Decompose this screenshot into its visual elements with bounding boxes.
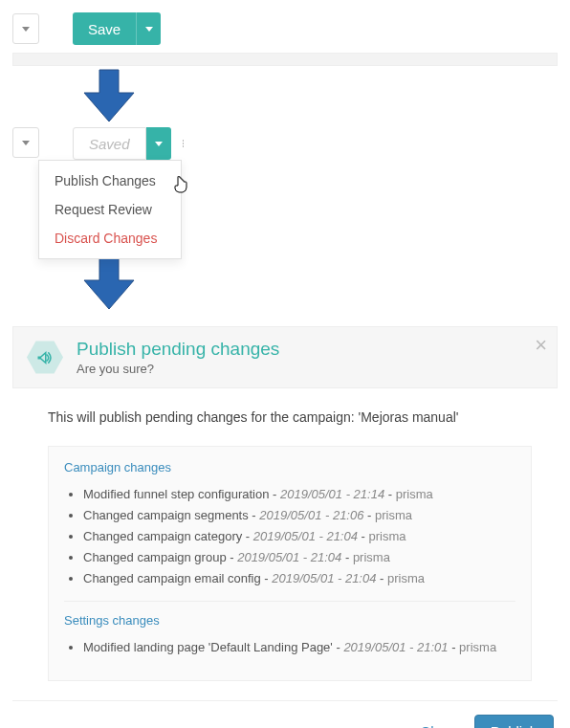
list-item: Changed campaign category - 2019/05/01 -… — [83, 526, 515, 547]
change-user: prisma — [353, 550, 390, 564]
close-button[interactable]: Close — [420, 723, 456, 728]
saved-dropdown-button[interactable] — [146, 127, 171, 160]
change-user: prisma — [396, 487, 433, 501]
list-item: Modified funnel step configuration - 201… — [83, 484, 515, 505]
divider — [64, 601, 515, 602]
menu-item-label: Discard Changes — [55, 231, 157, 246]
change-desc: Modified landing page 'Default Landing P… — [83, 640, 333, 654]
modal-footer: Close Publish — [12, 700, 558, 728]
toolbar-state-saved: Saved ⸽ Publish Changes Request Review D… — [0, 127, 570, 160]
publish-button[interactable]: Publish — [474, 715, 554, 728]
modal-subtitle: Are you sure? — [77, 362, 279, 376]
change-desc: Changed campaign segments — [83, 508, 249, 522]
changes-panel: Campaign changes Modified funnel step co… — [48, 446, 532, 681]
caret-down-icon — [145, 27, 153, 32]
change-timestamp: 2019/05/01 - 21:04 — [237, 550, 341, 564]
flow-arrow-icon — [78, 68, 570, 125]
modal-title-group: Publish pending changes Are you sure? — [77, 339, 279, 376]
save-dropdown-button[interactable] — [136, 12, 161, 45]
toolbar-shadow — [12, 53, 558, 66]
prev-dropdown-button[interactable] — [12, 13, 39, 44]
menu-item-request-review[interactable]: Request Review — [39, 195, 181, 224]
megaphone-icon — [36, 349, 54, 366]
menu-item-discard-changes[interactable]: Discard Changes — [39, 224, 181, 253]
change-desc: Modified funnel step configuration — [83, 487, 269, 501]
modal-header: Publish pending changes Are you sure? × — [12, 326, 558, 388]
change-desc: Changed campaign category — [83, 529, 242, 543]
flow-arrow-icon — [78, 255, 570, 313]
prev-dropdown-button[interactable] — [12, 127, 39, 158]
change-desc: Changed campaign email config — [83, 571, 261, 585]
change-user: prisma — [387, 571, 425, 585]
change-user: prisma — [369, 529, 406, 543]
change-user: prisma — [375, 508, 412, 522]
change-timestamp: 2019/05/01 - 21:14 — [280, 487, 384, 501]
settings-changes-list: Modified landing page 'Default Landing P… — [64, 637, 515, 658]
modal-body: This will publish pending changes for th… — [0, 388, 570, 700]
change-desc: Changed campaign group — [83, 550, 227, 564]
change-user: prisma — [459, 640, 496, 654]
campaign-changes-list: Modified funnel step configuration - 201… — [64, 484, 515, 589]
modal-body-text: This will publish pending changes for th… — [48, 409, 532, 425]
close-icon[interactable]: × — [535, 333, 547, 358]
change-timestamp: 2019/05/01 - 21:01 — [343, 640, 448, 654]
menu-item-label: Publish Changes — [55, 173, 156, 188]
list-item: Modified landing page 'Default Landing P… — [83, 637, 515, 658]
handle-icon: ⸽ — [175, 127, 190, 160]
list-item: Changed campaign email config - 2019/05/… — [83, 568, 515, 589]
caret-down-icon — [155, 142, 163, 146]
change-timestamp: 2019/05/01 - 21:04 — [272, 571, 376, 585]
save-button[interactable]: Save — [73, 12, 136, 45]
cursor-pointer-icon — [173, 176, 188, 196]
campaign-changes-title: Campaign changes — [64, 460, 515, 474]
modal-title: Publish pending changes — [77, 339, 279, 360]
change-timestamp: 2019/05/01 - 21:04 — [253, 529, 358, 543]
caret-down-icon — [22, 27, 30, 32]
menu-item-label: Request Review — [55, 202, 152, 217]
list-item: Changed campaign segments - 2019/05/01 -… — [83, 505, 515, 526]
toolbar-state-save: Save — [0, 0, 570, 45]
settings-changes-title: Settings changes — [64, 613, 515, 628]
list-item: Changed campaign group - 2019/05/01 - 21… — [83, 547, 515, 568]
change-timestamp: 2019/05/01 - 21:06 — [259, 508, 363, 522]
saved-button: Saved — [73, 127, 146, 160]
caret-down-icon — [22, 141, 30, 145]
modal-icon — [27, 340, 63, 376]
save-dropdown-menu: Publish Changes Request Review Discard C… — [38, 160, 182, 259]
menu-item-publish-changes[interactable]: Publish Changes — [39, 166, 181, 195]
